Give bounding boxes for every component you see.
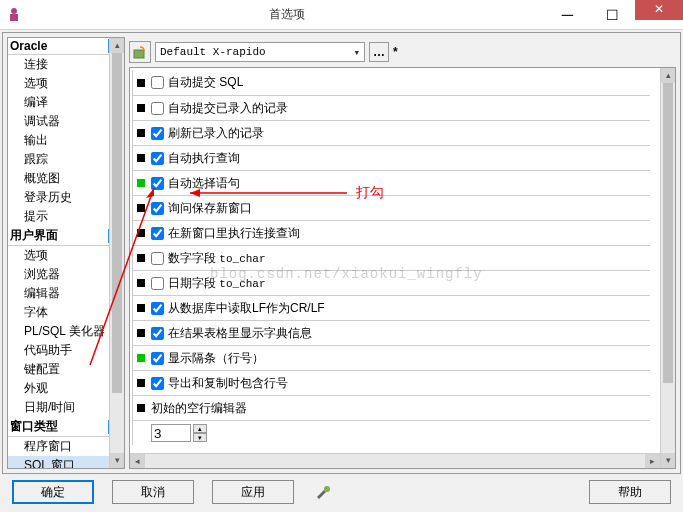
modified-star: * [393,45,398,59]
option-row: 显示隔条（行号） [132,345,650,370]
option-row: 数字字段 to_char [132,245,650,270]
tree-item[interactable]: 代码助手 [8,341,124,360]
option-row: 自动提交已录入的记录 [132,95,650,120]
option-marker [137,379,145,387]
tree-section-header[interactable]: 窗口类型▾ [8,417,124,437]
tree-item[interactable]: 调试器 [8,112,124,131]
option-marker [137,254,145,262]
window-title: 首选项 [28,6,545,23]
tree-item[interactable]: 浏览器 [8,265,124,284]
option-marker [137,204,145,212]
tree-item[interactable]: 提示 [8,207,124,226]
option-checkbox[interactable] [151,252,164,265]
tree-item[interactable]: 登录历史 [8,188,124,207]
option-label: 数字字段 to_char [168,250,266,267]
option-marker [137,404,145,412]
apply-button[interactable]: 应用 [212,480,294,504]
options-scrollbar[interactable]: ▴ ▾ [660,68,675,468]
titlebar: 首选项 ─ ☐ ✕ [0,0,683,30]
option-checkbox[interactable] [151,227,164,240]
main-panel: Default X-rapido … * 自动提交 SQL自动提交已录入的记录刷… [129,37,676,469]
option-checkbox[interactable] [151,177,164,190]
profile-icon[interactable] [129,41,151,63]
option-label: 在新窗口里执行连接查询 [168,225,300,242]
option-label: 从数据库中读取LF作为CR/LF [168,300,325,317]
option-row: 在结果表格里显示字典信息 [132,320,650,345]
tree-item[interactable]: 编辑器 [8,284,124,303]
option-label: 自动选择语句 [168,175,240,192]
tree-item[interactable]: 连接 [8,55,124,74]
tree-item[interactable]: SQL 窗口 [8,456,124,469]
option-label: 导出和复制时包含行号 [168,375,288,392]
tree-section-header[interactable]: Oracle▾ [8,38,124,55]
minimize-button[interactable]: ─ [545,2,590,28]
option-row: 从数据库中读取LF作为CR/LF [132,295,650,320]
sidebar-scrollbar[interactable]: ▴ ▾ [109,38,124,468]
option-row: 询问保存新窗口 [132,195,650,220]
tree-item[interactable]: 输出 [8,131,124,150]
option-checkbox[interactable] [151,127,164,140]
close-button[interactable]: ✕ [635,0,683,20]
option-checkbox[interactable] [151,327,164,340]
option-marker [137,154,145,162]
option-row: 自动执行查询 [132,145,650,170]
option-checkbox[interactable] [151,302,164,315]
tool-icon[interactable] [312,481,334,503]
option-label: 自动提交已录入的记录 [168,100,288,117]
option-row: 刷新已录入的记录 [132,120,650,145]
help-button[interactable]: 帮助 [589,480,671,504]
option-label: 日期字段 to_char [168,275,266,292]
profile-combo[interactable]: Default X-rapido [155,42,365,62]
spinner[interactable]: ▴▾ [193,424,207,442]
tree-section-header[interactable]: 用户界面▾ [8,226,124,246]
option-label: 在结果表格里显示字典信息 [168,325,312,342]
svg-rect-1 [10,14,18,21]
option-checkbox[interactable] [151,102,164,115]
option-marker [137,354,145,362]
tree-item[interactable]: 概览图 [8,169,124,188]
option-checkbox[interactable] [151,377,164,390]
option-label: 显示隔条（行号） [168,350,264,367]
option-row: ▴▾ [132,420,650,445]
option-label: 询问保存新窗口 [168,200,252,217]
option-row: 日期字段 to_char [132,270,650,295]
dialog-footer: 确定 取消 应用 帮助 [2,476,681,508]
tree-item[interactable]: 字体 [8,303,124,322]
option-checkbox[interactable] [151,152,164,165]
tree-item[interactable]: 选项 [8,246,124,265]
tree-item[interactable]: 跟踪 [8,150,124,169]
tree-item[interactable]: 键配置 [8,360,124,379]
option-checkbox[interactable] [151,352,164,365]
svg-point-3 [324,486,330,492]
option-marker [137,179,145,187]
tree-item[interactable]: 日期/时间 [8,398,124,417]
category-tree[interactable]: Oracle▾连接选项编译调试器输出跟踪概览图登录历史提示用户界面▾选项浏览器编… [7,37,125,469]
option-marker [137,129,145,137]
maximize-button[interactable]: ☐ [590,2,635,28]
tree-item[interactable]: 外观 [8,379,124,398]
svg-rect-2 [134,50,144,58]
content-area: Oracle▾连接选项编译调试器输出跟踪概览图登录历史提示用户界面▾选项浏览器编… [2,32,681,474]
option-marker [137,304,145,312]
option-marker [137,104,145,112]
option-row: 初始的空行编辑器 [132,395,650,420]
tree-item[interactable]: 选项 [8,74,124,93]
option-marker [137,279,145,287]
tree-item[interactable]: 编译 [8,93,124,112]
tree-item[interactable]: 程序窗口 [8,437,124,456]
profile-browse-button[interactable]: … [369,42,389,62]
option-checkbox[interactable] [151,76,164,89]
cancel-button[interactable]: 取消 [112,480,194,504]
option-number-input[interactable] [151,424,191,442]
app-icon [0,0,28,30]
profile-toolbar: Default X-rapido … * [129,37,676,67]
option-checkbox[interactable] [151,202,164,215]
option-row: 自动选择语句 [132,170,650,195]
ok-button[interactable]: 确定 [12,480,94,504]
option-row: 自动提交 SQL [132,70,650,95]
option-marker [137,229,145,237]
svg-point-0 [11,8,17,14]
option-checkbox[interactable] [151,277,164,290]
option-label: 自动执行查询 [168,150,240,167]
tree-item[interactable]: PL/SQL 美化器 [8,322,124,341]
